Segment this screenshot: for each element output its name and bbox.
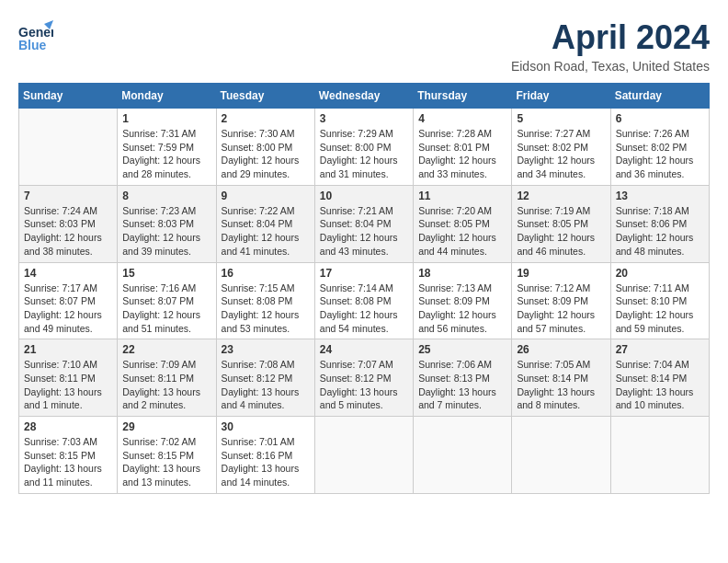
calendar-cell: 22Sunrise: 7:09 AMSunset: 8:11 PMDayligh… (118, 339, 216, 417)
day-of-week-header: Sunday (19, 84, 118, 109)
calendar-cell: 7Sunrise: 7:24 AMSunset: 8:03 PMDaylight… (19, 185, 118, 262)
calendar-cell: 11Sunrise: 7:20 AMSunset: 8:05 PMDayligh… (414, 185, 512, 262)
day-number: 5 (517, 112, 605, 125)
calendar-cell: 16Sunrise: 7:15 AMSunset: 8:08 PMDayligh… (216, 262, 314, 339)
day-number: 28 (24, 420, 112, 433)
calendar-cell: 30Sunrise: 7:01 AMSunset: 8:16 PMDayligh… (216, 417, 314, 494)
day-info: Sunrise: 7:08 AMSunset: 8:12 PMDaylight:… (222, 358, 310, 412)
calendar-cell (19, 109, 118, 186)
day-info: Sunrise: 7:23 AMSunset: 8:03 PMDaylight:… (122, 204, 210, 259)
calendar-cell (414, 417, 512, 494)
day-info: Sunrise: 7:31 AMSunset: 7:59 PMDaylight:… (122, 127, 210, 181)
calendar-header-row: SundayMondayTuesdayWednesdayThursdayFrid… (19, 84, 710, 109)
day-info: Sunrise: 7:03 AMSunset: 8:15 PMDaylight:… (24, 435, 112, 489)
day-info: Sunrise: 7:04 AMSunset: 8:14 PMDaylight:… (616, 358, 704, 412)
day-info: Sunrise: 7:28 AMSunset: 8:01 PMDaylight:… (418, 127, 506, 181)
calendar-cell: 28Sunrise: 7:03 AMSunset: 8:15 PMDayligh… (19, 417, 118, 494)
day-number: 26 (517, 343, 605, 356)
day-number: 16 (222, 267, 310, 280)
calendar-table: SundayMondayTuesdayWednesdayThursdayFrid… (18, 83, 710, 494)
day-number: 13 (616, 190, 704, 202)
day-number: 17 (320, 267, 408, 280)
day-of-week-header: Wednesday (314, 84, 413, 109)
calendar-cell: 21Sunrise: 7:10 AMSunset: 8:11 PMDayligh… (19, 339, 118, 417)
day-info: Sunrise: 7:14 AMSunset: 8:08 PMDaylight:… (320, 282, 408, 336)
logo-icon: General Blue (18, 18, 53, 53)
day-info: Sunrise: 7:09 AMSunset: 8:11 PMDaylight:… (122, 358, 210, 412)
day-of-week-header: Tuesday (216, 84, 314, 109)
calendar-body: 1Sunrise: 7:31 AMSunset: 7:59 PMDaylight… (19, 109, 710, 494)
day-number: 2 (222, 112, 310, 125)
calendar-cell (512, 417, 610, 494)
day-number: 21 (24, 343, 112, 356)
day-number: 20 (616, 267, 704, 280)
day-number: 1 (122, 112, 210, 125)
day-number: 6 (616, 112, 704, 125)
day-number: 22 (122, 343, 210, 356)
calendar-cell: 17Sunrise: 7:14 AMSunset: 8:08 PMDayligh… (314, 262, 413, 339)
day-of-week-header: Saturday (610, 84, 709, 109)
day-number: 19 (517, 267, 605, 280)
month-title: April 2024 (511, 18, 710, 57)
calendar-cell: 4Sunrise: 7:28 AMSunset: 8:01 PMDaylight… (414, 109, 512, 186)
day-number: 7 (24, 190, 112, 202)
day-info: Sunrise: 7:22 AMSunset: 8:04 PMDaylight:… (222, 204, 310, 259)
day-info: Sunrise: 7:05 AMSunset: 8:14 PMDaylight:… (517, 358, 605, 412)
calendar-cell: 25Sunrise: 7:06 AMSunset: 8:13 PMDayligh… (414, 339, 512, 417)
calendar-header: SundayMondayTuesdayWednesdayThursdayFrid… (19, 84, 710, 109)
day-info: Sunrise: 7:01 AMSunset: 8:16 PMDaylight:… (222, 435, 310, 489)
day-number: 27 (616, 343, 704, 356)
day-info: Sunrise: 7:26 AMSunset: 8:02 PMDaylight:… (616, 127, 704, 181)
calendar-cell: 20Sunrise: 7:11 AMSunset: 8:10 PMDayligh… (610, 262, 709, 339)
calendar-cell: 26Sunrise: 7:05 AMSunset: 8:14 PMDayligh… (512, 339, 610, 417)
day-of-week-header: Monday (118, 84, 216, 109)
day-number: 12 (517, 190, 605, 202)
day-info: Sunrise: 7:07 AMSunset: 8:12 PMDaylight:… (320, 358, 408, 412)
calendar-cell: 2Sunrise: 7:30 AMSunset: 8:00 PMDaylight… (216, 109, 314, 186)
calendar-cell: 8Sunrise: 7:23 AMSunset: 8:03 PMDaylight… (118, 185, 216, 262)
calendar-cell (610, 417, 709, 494)
calendar-cell: 10Sunrise: 7:21 AMSunset: 8:04 PMDayligh… (314, 185, 413, 262)
day-info: Sunrise: 7:10 AMSunset: 8:11 PMDaylight:… (24, 358, 112, 412)
day-info: Sunrise: 7:12 AMSunset: 8:09 PMDaylight:… (517, 282, 605, 336)
calendar-cell: 18Sunrise: 7:13 AMSunset: 8:09 PMDayligh… (414, 262, 512, 339)
day-number: 15 (122, 267, 210, 280)
day-of-week-header: Friday (512, 84, 610, 109)
calendar-cell: 9Sunrise: 7:22 AMSunset: 8:04 PMDaylight… (216, 185, 314, 262)
day-number: 14 (24, 267, 112, 280)
day-info: Sunrise: 7:16 AMSunset: 8:07 PMDaylight:… (122, 282, 210, 336)
calendar-cell: 13Sunrise: 7:18 AMSunset: 8:06 PMDayligh… (610, 185, 709, 262)
calendar-cell: 29Sunrise: 7:02 AMSunset: 8:15 PMDayligh… (118, 417, 216, 494)
calendar-cell: 3Sunrise: 7:29 AMSunset: 8:00 PMDaylight… (314, 109, 413, 186)
day-number: 11 (418, 190, 506, 202)
location: Eidson Road, Texas, United States (511, 59, 710, 74)
day-number: 18 (418, 267, 506, 280)
calendar-cell: 14Sunrise: 7:17 AMSunset: 8:07 PMDayligh… (19, 262, 118, 339)
calendar-cell: 24Sunrise: 7:07 AMSunset: 8:12 PMDayligh… (314, 339, 413, 417)
day-number: 8 (122, 190, 210, 202)
day-number: 30 (222, 420, 310, 433)
day-number: 24 (320, 343, 408, 356)
day-number: 4 (418, 112, 506, 125)
day-info: Sunrise: 7:20 AMSunset: 8:05 PMDaylight:… (418, 204, 506, 259)
day-info: Sunrise: 7:02 AMSunset: 8:15 PMDaylight:… (122, 435, 210, 489)
day-number: 3 (320, 112, 408, 125)
calendar-cell: 1Sunrise: 7:31 AMSunset: 7:59 PMDaylight… (118, 109, 216, 186)
calendar-cell: 12Sunrise: 7:19 AMSunset: 8:05 PMDayligh… (512, 185, 610, 262)
day-number: 29 (122, 420, 210, 433)
calendar-cell: 23Sunrise: 7:08 AMSunset: 8:12 PMDayligh… (216, 339, 314, 417)
page-header: General Blue April 2024 Eidson Road, Tex… (18, 18, 710, 74)
day-info: Sunrise: 7:29 AMSunset: 8:00 PMDaylight:… (320, 127, 408, 181)
day-info: Sunrise: 7:15 AMSunset: 8:08 PMDaylight:… (222, 282, 310, 336)
calendar-cell: 6Sunrise: 7:26 AMSunset: 8:02 PMDaylight… (610, 109, 709, 186)
day-info: Sunrise: 7:27 AMSunset: 8:02 PMDaylight:… (517, 127, 605, 181)
day-info: Sunrise: 7:19 AMSunset: 8:05 PMDaylight:… (517, 204, 605, 259)
day-number: 9 (222, 190, 310, 202)
day-info: Sunrise: 7:30 AMSunset: 8:00 PMDaylight:… (222, 127, 310, 181)
day-number: 10 (320, 190, 408, 202)
day-info: Sunrise: 7:11 AMSunset: 8:10 PMDaylight:… (616, 282, 704, 336)
logo: General Blue (18, 18, 53, 53)
day-number: 25 (418, 343, 506, 356)
day-number: 23 (222, 343, 310, 356)
day-info: Sunrise: 7:18 AMSunset: 8:06 PMDaylight:… (616, 204, 704, 259)
